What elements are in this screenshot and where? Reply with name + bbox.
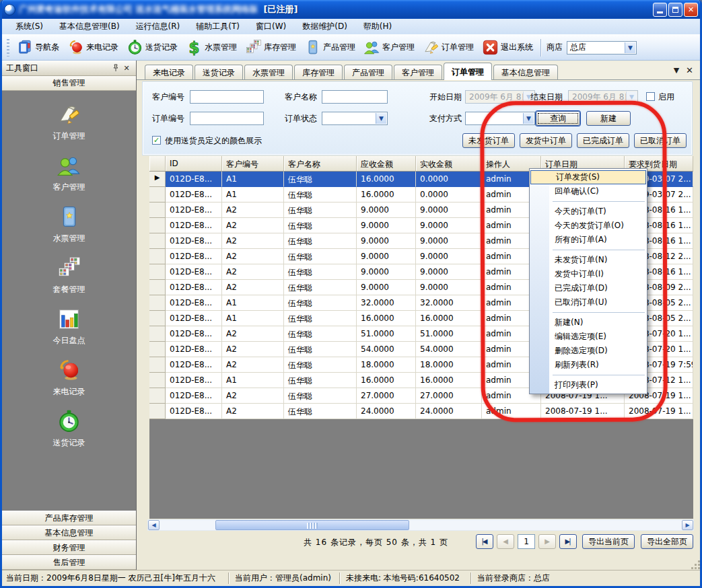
context-menu-item[interactable]: 发货中订单(I): [530, 267, 647, 281]
page-number-input[interactable]: 1: [518, 534, 535, 549]
table-row[interactable]: 012D-E8... A2 伍华聪 24.0000 24.0000 admin …: [149, 404, 693, 419]
menu-item[interactable]: 辅助工具(T): [188, 19, 248, 34]
context-menu-item[interactable]: 打印列表(P): [530, 378, 647, 392]
tab[interactable]: 产品管理: [344, 65, 392, 79]
row-selector-cell[interactable]: [149, 326, 166, 342]
context-menu-item[interactable]: [530, 247, 647, 253]
sidebar-section-sales[interactable]: 销售管理: [2, 76, 136, 91]
tab[interactable]: 送货记录: [195, 65, 243, 79]
context-menu-item[interactable]: 订单发货(S): [530, 170, 646, 184]
sidebar-item[interactable]: 订单管理: [53, 102, 85, 142]
row-selector-cell[interactable]: [149, 388, 166, 404]
toolbar-button[interactable]: 订单管理: [419, 38, 477, 57]
close-button[interactable]: ✕: [684, 3, 698, 17]
row-selector-cell[interactable]: [149, 295, 166, 311]
toolbar-button[interactable]: 客户管理: [360, 38, 418, 57]
status-filter-button[interactable]: 未发货订单: [462, 133, 515, 148]
toolbar-button[interactable]: 来电记录: [64, 38, 122, 57]
row-selector-cell[interactable]: [149, 187, 166, 203]
menu-item[interactable]: 帮助(H): [355, 19, 400, 34]
shop-combobox[interactable]: 总店 ▼: [567, 41, 637, 54]
grid-column-header[interactable]: [149, 156, 166, 171]
sidebar-item[interactable]: 来电记录: [53, 358, 85, 398]
context-menu-item[interactable]: 未发货订单(N): [530, 253, 647, 267]
menu-item[interactable]: 运行信息(R): [128, 19, 188, 34]
context-menu-item[interactable]: 今天的订单(T): [530, 205, 647, 219]
grid-column-header[interactable]: 实收金额: [416, 156, 482, 171]
grid-column-header[interactable]: 客户名称: [284, 156, 357, 171]
tab[interactable]: 基本信息管理: [493, 65, 558, 79]
tab[interactable]: 订单管理: [444, 63, 492, 80]
export-current-page-button[interactable]: 导出当前页: [582, 534, 635, 549]
context-menu-item[interactable]: 刷新列表(R): [530, 358, 647, 372]
tab[interactable]: 来电记录: [145, 65, 193, 79]
status-filter-button[interactable]: 已取消订单: [634, 133, 687, 148]
toolbar-button[interactable]: 产品管理: [301, 38, 359, 57]
row-selector-cell[interactable]: [149, 357, 166, 373]
delivery-color-checkbox[interactable]: ✓: [152, 136, 161, 145]
chevron-down-icon[interactable]: ▼: [625, 42, 635, 53]
menu-item[interactable]: 系统(S): [7, 19, 51, 34]
toolbar-button[interactable]: 水票管理: [182, 38, 240, 57]
toolbar-grip[interactable]: [7, 39, 9, 57]
row-selector-cell[interactable]: [149, 233, 166, 249]
context-menu-item[interactable]: [530, 198, 647, 205]
start-date-picker[interactable]: 2009年 6月 8日 ▼: [465, 90, 535, 104]
toolbar-button[interactable]: 退出系统: [479, 38, 536, 57]
export-all-pages-button[interactable]: 导出全部页: [641, 534, 693, 549]
context-menu-item[interactable]: 编辑选定项(E): [530, 330, 647, 344]
grid-column-header[interactable]: 客户编号: [222, 156, 284, 171]
toolbar-button[interactable]: 库存管理: [242, 38, 300, 57]
maximize-button[interactable]: [668, 3, 682, 17]
sidebar-item[interactable]: 客户管理: [53, 153, 85, 193]
sidebar-item[interactable]: 今日盘点: [53, 307, 85, 346]
sidebar-item[interactable]: 水票管理: [53, 205, 85, 244]
row-selector-cell[interactable]: ▶: [149, 172, 166, 187]
row-selector-cell[interactable]: [149, 342, 166, 357]
enable-checkbox[interactable]: [646, 92, 655, 101]
sidebar-section-button[interactable]: 基本信息管理: [2, 525, 136, 540]
tab[interactable]: 水票管理: [244, 65, 293, 79]
payment-select[interactable]: ▼: [465, 112, 535, 125]
sidebar-section-button[interactable]: 售后管理: [2, 555, 136, 570]
customer-name-input[interactable]: [322, 90, 388, 104]
scrollbar-thumb[interactable]: [215, 520, 409, 530]
tab[interactable]: 库存管理: [294, 65, 343, 79]
scroll-left-icon[interactable]: ◀: [148, 520, 160, 530]
pin-icon[interactable]: [110, 63, 121, 73]
next-page-button[interactable]: ▶: [538, 534, 556, 549]
end-date-picker[interactable]: 2009年 6月 8日 ▼: [568, 90, 638, 104]
order-status-select[interactable]: ▼: [322, 112, 388, 125]
row-selector-cell[interactable]: [149, 373, 166, 388]
horizontal-scrollbar[interactable]: ◀ ▶: [147, 519, 694, 531]
sidebar-section-button[interactable]: 财务管理: [2, 540, 136, 555]
tab-list-dropdown-icon[interactable]: ▼: [674, 66, 679, 75]
resize-grip[interactable]: [695, 564, 697, 566]
context-menu-item[interactable]: 回单确认(C): [530, 184, 647, 198]
prev-page-button[interactable]: ◀: [497, 534, 514, 549]
row-selector-cell[interactable]: [149, 264, 166, 280]
order-no-input[interactable]: [190, 112, 264, 125]
menu-item[interactable]: 基本信息管理(B): [51, 19, 128, 34]
status-filter-button[interactable]: 发货中订单: [520, 133, 572, 148]
context-menu-item[interactable]: 已完成订单(D): [530, 281, 647, 295]
context-menu-item[interactable]: [530, 372, 647, 378]
tab-close-icon[interactable]: ✕: [686, 65, 693, 75]
row-selector-cell[interactable]: [149, 203, 166, 218]
row-selector-cell[interactable]: [149, 218, 166, 233]
row-selector-cell[interactable]: [149, 280, 166, 295]
context-menu-item[interactable]: 新建(N): [530, 316, 647, 330]
customer-no-input[interactable]: [190, 90, 264, 104]
sidebar-item[interactable]: 套餐管理: [53, 256, 85, 295]
context-menu-item[interactable]: 删除选定项(D): [530, 344, 647, 358]
context-menu-item[interactable]: 今天的发货订单(O): [530, 219, 647, 233]
first-page-button[interactable]: |◀: [476, 534, 493, 549]
context-menu-item[interactable]: 已取消订单(U): [530, 295, 647, 309]
context-menu-item[interactable]: 所有的订单(A): [530, 233, 647, 247]
query-button[interactable]: 查询: [536, 111, 580, 126]
grid-column-header[interactable]: 应收金额: [357, 156, 416, 171]
row-selector-cell[interactable]: [149, 404, 166, 419]
toolbar-button[interactable]: 送货记录: [123, 38, 181, 57]
tool-window-close-icon[interactable]: ✕: [121, 63, 132, 73]
tab[interactable]: 客户管理: [394, 65, 442, 79]
